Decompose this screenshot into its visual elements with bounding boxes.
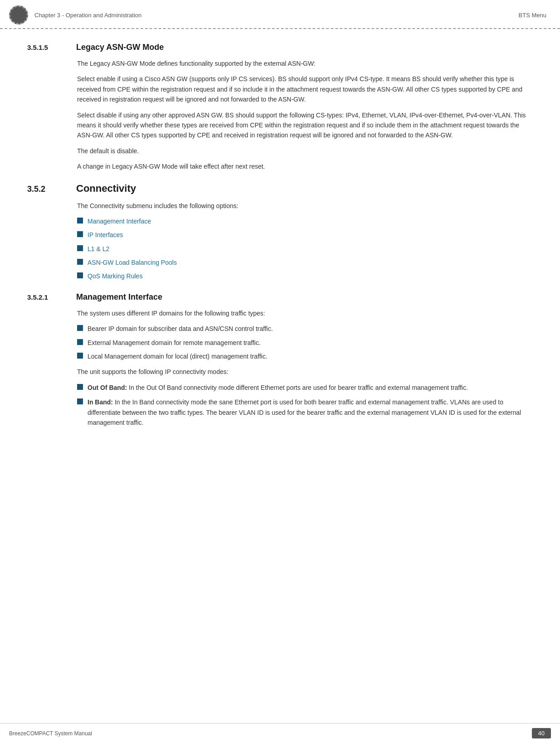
para-connectivity-1: The Connectivity submenu includes the fo… xyxy=(77,201,533,211)
chapter-circle-icon xyxy=(9,5,28,24)
section-title-3-5-2: Connectivity xyxy=(76,183,136,194)
bullet-icon xyxy=(77,218,83,223)
bullet-icon xyxy=(77,398,83,404)
para-legacy-4: The default is disable. xyxy=(77,146,533,156)
bullet-icon xyxy=(77,353,83,359)
link-l1-l2[interactable]: L1 & L2 xyxy=(88,244,109,254)
link-management-interface[interactable]: Management Interface xyxy=(88,216,151,226)
list-item: External Management domain for remote ma… xyxy=(77,338,533,348)
bullet-icon xyxy=(77,272,83,278)
para-mgmt-1: The system uses different IP domains for… xyxy=(77,308,533,318)
chapter-label: Chapter 3 - Operation and Administration xyxy=(34,12,141,19)
ip-domains-list: Bearer IP domain for subscriber data and… xyxy=(77,324,533,361)
bullet-icon xyxy=(77,339,83,345)
page-footer: BreezeCOMPACT System Manual 40 xyxy=(0,723,560,743)
para-legacy-3: Select disable if using any other approv… xyxy=(77,110,533,141)
bullet-icon xyxy=(77,259,83,265)
bullet-icon xyxy=(77,231,83,237)
list-item: Bearer IP domain for subscriber data and… xyxy=(77,324,533,334)
list-item: Local Management domain for local (direc… xyxy=(77,351,533,361)
para-mgmt-2: The unit supports the following IP conne… xyxy=(77,367,533,377)
section-title-3-5-1-5: Legacy ASN-GW Mode xyxy=(76,43,164,52)
list-item: Management Interface xyxy=(77,216,533,226)
section-3-5-1-5: 3.5.1.5 Legacy ASN-GW Mode The Legacy AS… xyxy=(27,43,533,172)
para-legacy-2: Select enable if using a Cisco ASN GW (s… xyxy=(77,74,533,104)
section-heading-3-5-2: 3.5.2 Connectivity xyxy=(27,183,533,194)
bullet-icon xyxy=(77,384,83,390)
list-item: QoS Marking Rules xyxy=(77,271,533,281)
para-legacy-1: The Legacy ASN-GW Mode defines functiona… xyxy=(77,58,533,68)
link-ip-interfaces[interactable]: IP Interfaces xyxy=(88,230,123,240)
list-item: IP Interfaces xyxy=(77,230,533,240)
bullet-text: Out Of Band: In the Out Of Band connecti… xyxy=(88,383,468,393)
section-heading-3-5-2-1: 3.5.2.1 Management Interface xyxy=(27,292,533,302)
section-num-3-5-2-1: 3.5.2.1 xyxy=(27,293,68,301)
page-header: Chapter 3 - Operation and Administration… xyxy=(0,0,560,29)
bullet-text: In Band: In the In Band connectivity mod… xyxy=(88,397,533,427)
bullet-text: Bearer IP domain for subscriber data and… xyxy=(88,324,273,334)
link-asn-gw-pools[interactable]: ASN-GW Load Balancing Pools xyxy=(88,257,177,267)
page-number: 40 xyxy=(532,728,551,738)
bullet-icon xyxy=(77,325,83,331)
section-title-3-5-2-1: Management Interface xyxy=(76,292,162,302)
bullet-text: External Management domain for remote ma… xyxy=(88,338,261,348)
list-item: Out Of Band: In the Out Of Band connecti… xyxy=(77,383,533,393)
footer-product-name: BreezeCOMPACT System Manual xyxy=(9,730,92,737)
connectivity-modes-list: Out Of Band: In the Out Of Band connecti… xyxy=(77,383,533,428)
list-item: L1 & L2 xyxy=(77,244,533,254)
section-num-3-5-2: 3.5.2 xyxy=(27,185,68,194)
section-heading-3-5-1-5: 3.5.1.5 Legacy ASN-GW Mode xyxy=(27,43,533,52)
section-num-3-5-1-5: 3.5.1.5 xyxy=(27,44,68,51)
section-label: BTS Menu xyxy=(519,12,546,19)
header-left: Chapter 3 - Operation and Administration xyxy=(9,5,141,24)
bullet-icon xyxy=(77,245,83,251)
list-item: In Band: In the In Band connectivity mod… xyxy=(77,397,533,427)
list-item: ASN-GW Load Balancing Pools xyxy=(77,257,533,267)
link-qos-marking[interactable]: QoS Marking Rules xyxy=(88,271,142,281)
section-3-5-2: 3.5.2 Connectivity The Connectivity subm… xyxy=(27,183,533,282)
bullet-text: Local Management domain for local (direc… xyxy=(88,351,268,361)
para-legacy-5: A change in Legacy ASN-GW Mode will take… xyxy=(77,161,533,171)
section-3-5-2-1: 3.5.2.1 Management Interface The system … xyxy=(27,292,533,428)
connectivity-links-list: Management Interface IP Interfaces L1 & … xyxy=(77,216,533,282)
main-content: 3.5.1.5 Legacy ASN-GW Mode The Legacy AS… xyxy=(0,29,560,466)
